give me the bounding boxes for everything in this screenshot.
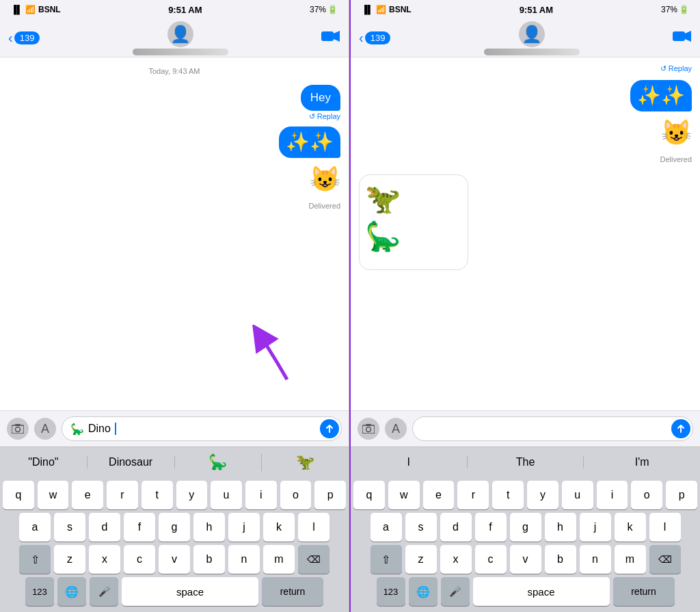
bubble-sparkle-2: ✨✨ [630,80,692,111]
apps-button-2[interactable]: A [385,418,407,440]
key-b-1[interactable]: b [193,545,225,574]
key-q-2[interactable]: q [353,481,385,509]
key-h-1[interactable]: h [193,513,225,542]
key-z-1[interactable]: z [54,545,85,574]
key-m-2[interactable]: m [615,545,646,574]
key-r-1[interactable]: r [107,481,138,509]
key-n-1[interactable]: n [228,545,260,574]
key-p-2[interactable]: p [666,481,697,509]
key-v-2[interactable]: v [510,545,541,574]
back-badge-2[interactable]: 139 [365,31,391,44]
autocomplete-dino-emoji2[interactable]: 🦖 [262,453,349,471]
key-num-2[interactable]: 123 [377,577,405,606]
avatar-1[interactable]: 👤 [167,21,193,47]
key-space-2[interactable]: space [473,577,610,606]
key-x-2[interactable]: x [440,545,472,574]
status-time-2: 9:51 AM [520,5,553,15]
apps-button-1[interactable]: A [34,418,56,440]
delivered-label-2: Delivered [660,155,692,163]
key-l-1[interactable]: l [298,513,329,542]
input-text-1[interactable]: Dino [88,423,111,435]
key-globe-1[interactable]: 🌐 [57,577,86,606]
autocomplete-dinosaur[interactable]: Dinosaur [88,456,175,468]
key-g-2[interactable]: g [510,513,541,542]
autocomplete-the[interactable]: The [468,456,584,468]
key-a-2[interactable]: a [371,513,402,542]
key-return-1[interactable]: return [262,577,323,606]
key-delete-1[interactable]: ⌫ [298,545,329,574]
key-m-1[interactable]: m [263,545,295,574]
key-return-2[interactable]: return [613,577,675,606]
replay-btn-2[interactable]: ↺ Replay [660,64,692,73]
key-t-1[interactable]: t [142,481,173,509]
key-o-2[interactable]: o [631,481,662,509]
back-badge-1[interactable]: 139 [14,31,40,44]
key-k-1[interactable]: k [263,513,295,542]
key-e-1[interactable]: e [72,481,103,509]
key-q-1[interactable]: q [3,481,34,509]
autocomplete-dino-quoted[interactable]: "Dino" [0,456,88,468]
key-b-2[interactable]: b [545,545,576,574]
key-a-1[interactable]: a [19,513,51,542]
key-v-1[interactable]: v [159,545,190,574]
wifi-icon-1: 📶 [25,5,36,14]
key-e-2[interactable]: e [423,481,455,509]
avatar-2[interactable]: 👤 [519,21,545,47]
key-o-1[interactable]: o [280,481,312,509]
autocomplete-im[interactable]: I'm [584,456,700,468]
replay-btn-1[interactable]: ↺ Replay [309,112,340,121]
key-mic-1[interactable]: 🎤 [90,577,118,606]
key-w-1[interactable]: w [38,481,69,509]
key-f-2[interactable]: f [475,513,507,542]
key-shift-1[interactable]: ⇧ [19,545,51,574]
key-d-1[interactable]: d [89,513,120,542]
key-f-1[interactable]: f [124,513,155,542]
camera-button-2[interactable] [358,418,379,440]
key-i-1[interactable]: i [245,481,277,509]
back-button-1[interactable]: ‹ 139 [8,30,40,46]
key-x-1[interactable]: x [89,545,120,574]
autocomplete-i[interactable]: I [351,456,468,468]
key-g-1[interactable]: g [159,513,190,542]
key-mic-2[interactable]: 🎤 [441,577,470,606]
send-button-1[interactable] [320,419,339,438]
nav-center-2: 👤 [484,21,580,55]
key-num-1[interactable]: 123 [25,577,54,606]
key-shift-2[interactable]: ⇧ [371,545,402,574]
key-z-2[interactable]: z [405,545,437,574]
key-u-2[interactable]: u [562,481,593,509]
key-s-1[interactable]: s [54,513,85,542]
key-i-2[interactable]: i [597,481,628,509]
key-c-1[interactable]: c [124,545,155,574]
key-s-2[interactable]: s [405,513,437,542]
signal-icon-1: ▐▌ [11,5,23,14]
video-call-button-2[interactable] [673,29,692,47]
key-j-2[interactable]: j [580,513,611,542]
key-w-2[interactable]: w [388,481,420,509]
autocomplete-dino-emoji1[interactable]: 🦕 [175,453,262,471]
key-n-2[interactable]: n [580,545,611,574]
input-wrapper-2 [412,416,693,441]
back-button-2[interactable]: ‹ 139 [359,30,390,46]
key-r-2[interactable]: r [457,481,489,509]
key-t-2[interactable]: t [492,481,524,509]
camera-button-1[interactable] [7,418,29,440]
video-call-button-1[interactable] [321,29,340,47]
key-h-2[interactable]: h [545,513,576,542]
key-y-1[interactable]: y [176,481,208,509]
key-j-1[interactable]: j [228,513,260,542]
key-d-2[interactable]: d [440,513,472,542]
key-c-2[interactable]: c [475,545,507,574]
key-space-1[interactable]: space [122,577,258,606]
contact-name-2 [484,49,580,55]
panel-2: ▐▌ 📶 BSNL 9:51 AM 37% 🔋 ‹ 139 👤 ↺ Repla [351,0,700,612]
key-delete-2[interactable]: ⌫ [649,545,681,574]
key-u-1[interactable]: u [211,481,242,509]
key-l-2[interactable]: l [649,513,681,542]
key-globe-2[interactable]: 🌐 [409,577,438,606]
wifi-icon-2: 📶 [376,5,386,14]
send-button-2[interactable] [671,419,690,438]
key-p-1[interactable]: p [314,481,346,509]
key-k-2[interactable]: k [615,513,646,542]
key-y-2[interactable]: y [527,481,558,509]
